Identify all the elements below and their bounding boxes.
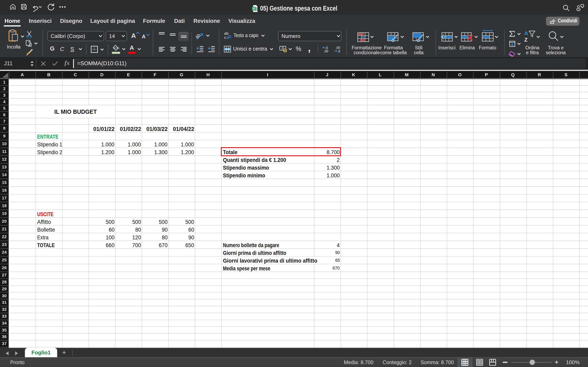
svg-text:,00: ,00 — [336, 46, 340, 49]
svg-text:A: A — [524, 30, 528, 36]
svg-text:,0: ,0 — [337, 49, 340, 52]
svg-text:X: X — [253, 7, 255, 10]
svg-text:ab: ab — [224, 31, 228, 35]
svg-text:Z: Z — [524, 37, 527, 43]
svg-text:,0: ,0 — [325, 46, 328, 49]
svg-text:,00: ,00 — [324, 49, 328, 52]
svg-text:c: c — [224, 35, 226, 40]
